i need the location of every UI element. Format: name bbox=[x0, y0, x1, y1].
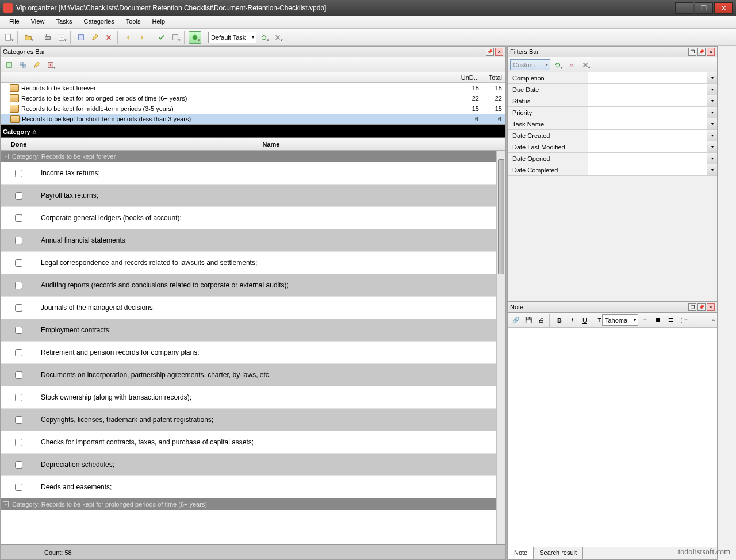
task-row[interactable]: Income tax returns; bbox=[1, 162, 496, 185]
filter-toggle-button[interactable] bbox=[189, 31, 201, 44]
note-restore-button[interactable]: ❐ bbox=[688, 303, 696, 311]
filter-dropdown-button[interactable]: ▾ bbox=[707, 118, 717, 129]
prev-button[interactable] bbox=[122, 31, 135, 44]
note-list-button[interactable]: ⋮≡ bbox=[677, 314, 689, 326]
task-done-checkbox[interactable] bbox=[15, 439, 22, 446]
note-pin-button[interactable]: 📌 bbox=[697, 303, 706, 311]
cat-edit-button[interactable] bbox=[30, 59, 43, 71]
export-button[interactable] bbox=[55, 31, 68, 44]
task-done-checkbox[interactable] bbox=[15, 371, 22, 379]
clear-button[interactable] bbox=[271, 31, 284, 44]
note-more-button[interactable]: » bbox=[712, 317, 715, 323]
categories-close-button[interactable]: ✕ bbox=[495, 48, 503, 56]
task-row[interactable]: Stock ownership (along with transaction … bbox=[1, 386, 496, 409]
check-button[interactable] bbox=[155, 31, 168, 44]
note-tab-note[interactable]: Note bbox=[508, 547, 534, 559]
note-bold-button[interactable]: B bbox=[554, 314, 565, 326]
filter-value[interactable] bbox=[588, 95, 707, 106]
task-done-checkbox[interactable] bbox=[15, 461, 22, 469]
task-row[interactable]: Checks for important contracts, taxes, a… bbox=[1, 431, 496, 454]
refresh-button[interactable] bbox=[258, 31, 270, 44]
task-row[interactable]: Retirement and pension records for compa… bbox=[1, 342, 496, 364]
open-button[interactable] bbox=[22, 31, 34, 44]
note-align-center-button[interactable]: ≣ bbox=[652, 314, 664, 326]
filters-restore-button[interactable]: ❐ bbox=[688, 48, 696, 56]
filter-dropdown-button[interactable]: ▾ bbox=[707, 141, 717, 152]
cat-delete-button[interactable] bbox=[44, 59, 57, 71]
task-row[interactable]: Copyrights, licenses, trademark and pate… bbox=[1, 409, 496, 431]
uncheck-button[interactable] bbox=[169, 31, 182, 44]
task-template-select[interactable]: Default Task bbox=[208, 32, 256, 43]
filter-value[interactable] bbox=[588, 130, 707, 141]
task-row[interactable]: Documents on incorporation, partnership … bbox=[1, 364, 496, 386]
task-done-checkbox[interactable] bbox=[15, 327, 22, 334]
filter-value[interactable] bbox=[588, 118, 707, 129]
menu-categories[interactable]: Categories bbox=[78, 16, 120, 28]
col-name[interactable]: Name bbox=[37, 138, 505, 150]
grid-groupby-header[interactable]: Category△ bbox=[1, 125, 505, 138]
note-editor[interactable] bbox=[508, 328, 717, 547]
category-row[interactable]: Records to be kept for middle-term perio… bbox=[1, 103, 505, 114]
filter-value[interactable] bbox=[588, 72, 707, 83]
task-done-checkbox[interactable] bbox=[15, 349, 22, 356]
filter-value[interactable] bbox=[588, 164, 707, 175]
filter-value[interactable] bbox=[588, 141, 707, 152]
filter-preset-select[interactable]: Custom bbox=[510, 59, 550, 70]
minimize-button[interactable]: — bbox=[675, 2, 693, 14]
vertical-scrollbar[interactable] bbox=[496, 151, 505, 544]
new-button[interactable] bbox=[2, 31, 15, 44]
menu-help[interactable]: Help bbox=[146, 16, 171, 28]
filter-dropdown-button[interactable]: ▾ bbox=[707, 95, 717, 106]
print-button[interactable] bbox=[41, 31, 54, 44]
note-italic-button[interactable]: I bbox=[566, 314, 578, 326]
filters-close-button[interactable]: ✕ bbox=[707, 48, 715, 56]
delete-button[interactable] bbox=[102, 31, 115, 44]
filter-dropdown-button[interactable]: ▾ bbox=[707, 130, 717, 141]
import-button[interactable] bbox=[75, 31, 87, 44]
filter-dropdown-button[interactable]: ▾ bbox=[707, 153, 717, 164]
task-done-checkbox[interactable] bbox=[15, 237, 22, 244]
task-done-checkbox[interactable] bbox=[15, 259, 22, 267]
note-print-button[interactable]: 🖨 bbox=[535, 314, 547, 326]
task-done-checkbox[interactable] bbox=[15, 416, 22, 424]
task-done-checkbox[interactable] bbox=[15, 484, 22, 491]
note-align-right-button[interactable]: ☰ bbox=[665, 314, 676, 326]
filter-dropdown-button[interactable]: ▾ bbox=[707, 84, 717, 95]
categories-pin-button[interactable]: 📌 bbox=[486, 48, 494, 56]
filter-dropdown-button[interactable]: ▾ bbox=[707, 107, 717, 118]
col-total[interactable]: Total bbox=[482, 72, 505, 82]
filter-dropdown-button[interactable]: ▾ bbox=[707, 72, 717, 83]
note-font-select[interactable]: Tahoma bbox=[602, 314, 638, 326]
menu-file[interactable]: File bbox=[3, 16, 25, 28]
task-done-checkbox[interactable] bbox=[15, 282, 22, 289]
maximize-button[interactable]: ❐ bbox=[695, 2, 713, 14]
task-done-checkbox[interactable] bbox=[15, 394, 22, 401]
filter-dropdown-button[interactable]: ▾ bbox=[707, 164, 717, 175]
task-row[interactable]: Journals of the managerial decisions; bbox=[1, 297, 496, 319]
filter-value[interactable] bbox=[588, 107, 707, 118]
category-row[interactable]: Records to be kept for short-term period… bbox=[1, 114, 505, 124]
col-undone[interactable]: UnD... bbox=[459, 72, 482, 82]
menu-tasks[interactable]: Tasks bbox=[50, 16, 78, 28]
grid-group-header[interactable]: −Category: Records to be kept forever bbox=[1, 151, 496, 162]
task-row[interactable]: Annual financial statements; bbox=[1, 229, 496, 252]
task-done-checkbox[interactable] bbox=[15, 192, 22, 200]
cat-sub-button[interactable] bbox=[17, 59, 29, 71]
task-row[interactable]: Depreciation schedules; bbox=[1, 454, 496, 476]
filter-value[interactable] bbox=[588, 84, 707, 95]
col-done[interactable]: Done bbox=[1, 138, 37, 150]
task-row[interactable]: Payroll tax returns; bbox=[1, 185, 496, 207]
note-link-button[interactable]: 🔗 bbox=[510, 314, 522, 326]
note-close-button[interactable]: ✕ bbox=[707, 303, 715, 311]
category-row[interactable]: Records to be kept for prolonged periods… bbox=[1, 93, 505, 103]
category-row[interactable]: Records to be kept forever1515 bbox=[1, 83, 505, 93]
filter-erase-button[interactable] bbox=[565, 59, 578, 71]
note-save-button[interactable]: 💾 bbox=[523, 314, 534, 326]
grid-group-header[interactable]: −Category: Records to be kept for prolon… bbox=[1, 498, 496, 510]
note-align-left-button[interactable]: ≡ bbox=[639, 314, 651, 326]
task-done-checkbox[interactable] bbox=[15, 170, 22, 177]
filters-pin-button[interactable]: 📌 bbox=[697, 48, 706, 56]
menu-tools[interactable]: Tools bbox=[120, 16, 147, 28]
task-row[interactable]: Auditing reports (records and conclusion… bbox=[1, 274, 496, 297]
scrollbar-thumb[interactable] bbox=[498, 159, 504, 274]
